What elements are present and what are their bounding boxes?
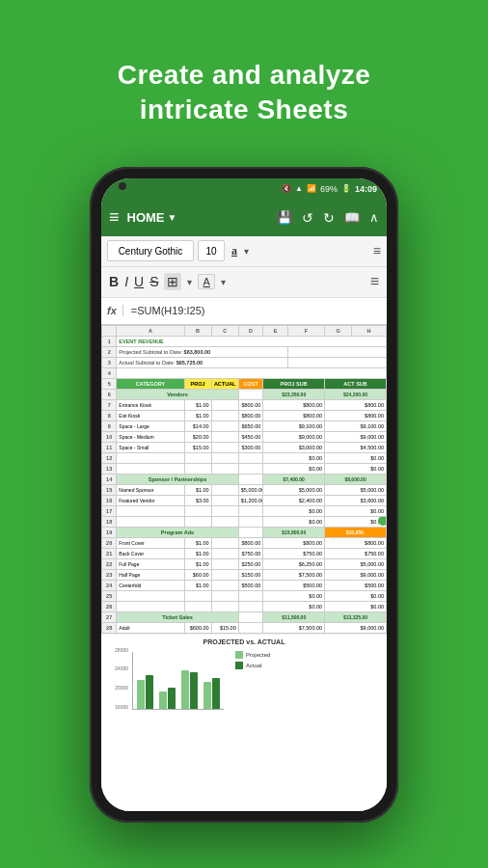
projected-header: PROJ xyxy=(184,378,211,389)
projected-legend-label: Projected xyxy=(246,652,270,658)
table-row: 17 $0.00 $0.00 xyxy=(102,505,387,516)
table-row: 8 Exit Kiosk $1.00 $800.00 $800.00 $800.… xyxy=(102,410,387,420)
toolbar-icons: 💾 ↺ ↻ 📖 ∧ xyxy=(277,210,379,226)
ticket-sales-section-header: Ticket Sales xyxy=(117,611,238,622)
header-section: Create and analyze intricate Sheets xyxy=(69,0,420,162)
font-size-box[interactable]: 10 xyxy=(198,240,225,261)
dropdown-icon: ▼ xyxy=(168,212,177,223)
table-row: 18 $0.00 $0.00 xyxy=(102,516,387,527)
book-icon[interactable]: 📖 xyxy=(344,210,360,225)
table-row: 10 Space - Medium $20.00 $450.00 $9,000.… xyxy=(102,431,387,442)
formula-bar: fx =SUM(H19:I25) xyxy=(101,298,387,325)
table-row: 13 $0.00 $0.00 xyxy=(102,463,387,474)
chart-section: PROJECTED vs. ACTUAL 28000 24000 20000 1… xyxy=(101,634,387,712)
table-row: 26 $0.00 $0.00 xyxy=(102,601,387,611)
table-row: 15 Named Sponsor $1.00 $5,000.00 $5,000.… xyxy=(102,484,387,495)
phone-camera xyxy=(119,182,126,190)
phone-wrapper: 🔇 ▲ 📶 69% 🔋 14:09 ≡ HOME ▼ 💾 ↺ ↻ 📖 xyxy=(90,167,398,823)
format-bar: Century Gothic 10 a ▾ ≡ xyxy=(101,236,387,267)
table-row: 12 $0.00 $0.00 xyxy=(102,452,387,463)
highlight-button[interactable]: A xyxy=(198,274,214,289)
wifi-icon: ▲ xyxy=(295,184,303,193)
chart-legend: Projected Actual xyxy=(235,651,270,669)
table-row: 22 Full Page $1.00 $250.00 $6,250.00 $5,… xyxy=(102,558,387,569)
bar-group-1 xyxy=(137,675,153,709)
table-row: 23 Half Page $60.00 $150.00 $7,500.00 $9… xyxy=(102,569,387,580)
mute-icon: 🔇 xyxy=(282,184,291,193)
category-header: CATEGORY xyxy=(117,378,184,389)
cell-format-dropdown[interactable]: ▾ xyxy=(187,277,192,287)
actual-subtotal-header: ACT SUB xyxy=(325,378,387,389)
legend-projected: Projected xyxy=(235,651,270,659)
home-button[interactable]: HOME ▼ xyxy=(127,210,177,225)
chart-area: 28000 24000 20000 16000 xyxy=(107,647,224,710)
battery-level: 69% xyxy=(320,184,338,194)
signal-icon: 📶 xyxy=(307,184,316,193)
chart-bars xyxy=(132,652,224,710)
table-row: 25 $0.00 $0.00 xyxy=(102,590,387,601)
actual-subtotal-row: Actual Subtotal to Date: $65,725.00 xyxy=(117,357,287,367)
toolbar-top: ≡ HOME ▼ 💾 ↺ ↻ 📖 ∧ xyxy=(101,200,387,236)
chart-y-axis: 28000 24000 20000 16000 xyxy=(107,647,128,710)
table-row: 24 Centerfold $1.00 $500.00 $500.00 $500… xyxy=(102,580,387,590)
battery-icon: 🔋 xyxy=(341,184,351,193)
bold-button[interactable]: B xyxy=(109,274,119,289)
table-row: 9 Space - Large $14.00 $650.00 $9,100.00… xyxy=(102,420,387,431)
fx-label: fx xyxy=(107,305,123,316)
align-icon[interactable]: ≡ xyxy=(373,243,381,258)
text-format-bar: B I U S ⊞ ▾ A ▾ ≡ xyxy=(101,267,387,298)
font-name-value: Century Gothic xyxy=(119,246,183,257)
italic-button[interactable]: I xyxy=(124,274,128,289)
expand-icon[interactable]: ∧ xyxy=(369,210,379,225)
projected-subtotal-row: Projected Subtotal to Date: $63,800.00 xyxy=(117,346,287,357)
strikethrough-button[interactable]: S xyxy=(149,274,158,289)
underline-button[interactable]: U xyxy=(134,274,144,289)
align-right-icon[interactable]: ≡ xyxy=(370,273,379,290)
table-row: 7 Entrance Kiosk $1.00 $800.00 $800.00 $… xyxy=(102,399,387,410)
bar-group-2 xyxy=(159,688,176,709)
sponsor-section-header: Sponsor / Partnerships xyxy=(117,474,238,484)
bar-group-3 xyxy=(181,670,198,709)
table-row: 28 Adult $600.00 $15.00 $7,500.00 $9,000… xyxy=(102,622,387,633)
font-name-box[interactable]: Century Gothic xyxy=(107,240,194,261)
event-revenue-title: EVENT REVENUE xyxy=(117,336,387,346)
hamburger-icon[interactable]: ≡ xyxy=(109,207,120,228)
undo-icon[interactable]: ↺ xyxy=(302,210,313,226)
bar-group-4 xyxy=(203,678,220,709)
legend-actual: Actual xyxy=(235,662,270,669)
highlight-dropdown[interactable]: ▾ xyxy=(221,277,226,287)
home-label: HOME xyxy=(127,210,165,225)
actual-header: ACTUAL xyxy=(211,378,238,389)
status-bar: 🔇 ▲ 📶 69% 🔋 14:09 xyxy=(101,178,387,200)
redo-icon[interactable]: ↻ xyxy=(323,210,335,226)
phone-screen: 🔇 ▲ 📶 69% 🔋 14:09 ≡ HOME ▼ 💾 ↺ ↻ 📖 xyxy=(101,178,387,811)
save-icon[interactable]: 💾 xyxy=(277,210,292,225)
table-row: 16 Featured Vendor $3.00 $1,200.00 $2,40… xyxy=(102,495,387,505)
actual-legend-label: Actual xyxy=(246,663,262,668)
table-row: 11 Space - Small $15.00 $300.00 $3,000.0… xyxy=(102,442,387,452)
program-ads-section-header: Program Ads xyxy=(117,527,238,537)
phone-outer: 🔇 ▲ 📶 69% 🔋 14:09 ≡ HOME ▼ 💾 ↺ ↻ 📖 xyxy=(90,167,398,823)
text-color-dropdown-icon[interactable]: ▾ xyxy=(244,246,249,257)
vendors-section-header: Vendors xyxy=(117,389,238,399)
formula-text[interactable]: =SUM(H19:I25) xyxy=(131,305,205,316)
chart-title: PROJECTED vs. ACTUAL xyxy=(107,638,381,645)
clock: 14:09 xyxy=(355,184,377,194)
proj-subtotal-header: PROJ SUB xyxy=(263,378,325,389)
header-title: Create and analyze intricate Sheets xyxy=(98,29,391,148)
table-row: 20 Front Cover $1.00 $800.00 $800.00 $80… xyxy=(102,537,387,548)
underline-a-icon[interactable]: a xyxy=(229,244,240,258)
font-size-value: 10 xyxy=(205,246,216,257)
cell-format-button[interactable]: ⊞ xyxy=(164,273,181,290)
spreadsheet-area[interactable]: A B C D E F G H 1 EVENT REVENUE xyxy=(101,325,387,811)
table-row: 21 Back Cover $1.00 $750.00 $750.00 $750… xyxy=(102,548,387,558)
cost-header: COST xyxy=(238,378,263,389)
